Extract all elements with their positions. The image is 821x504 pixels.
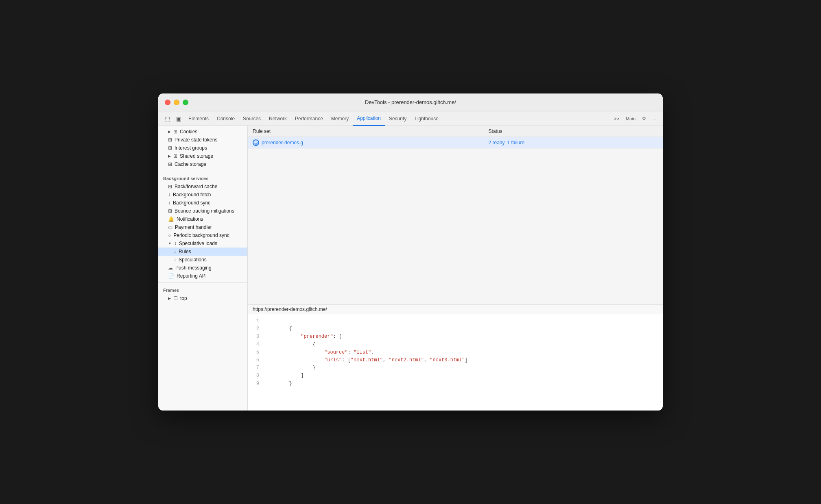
code-content-4: { [266, 341, 315, 349]
tab-overflow-button[interactable]: >> [611, 115, 622, 122]
frames-header: Frames [158, 285, 247, 294]
sidebar-label-bfcache: Back/forward cache [175, 184, 217, 189]
cookies-icon: ⊞ [173, 129, 177, 135]
sidebar-label-notifications: Notifications [177, 216, 203, 222]
bottom-panel: https://prerender-demos.glitch.me/ 1 2 {… [248, 305, 663, 411]
minimize-button[interactable] [174, 100, 179, 105]
code-content-3: "prerender": [ [266, 333, 342, 341]
tab-elements[interactable]: Elements [184, 111, 213, 126]
speculations-icon: ↕ [174, 257, 176, 263]
code-line-6: 6 "urls": ["next.html", "next2.html", "n… [253, 356, 658, 364]
sidebar-item-payment-handler[interactable]: ▭ Payment handler [158, 223, 247, 231]
maximize-button[interactable] [183, 100, 188, 105]
push-messaging-icon: ☁ [168, 265, 173, 271]
sidebar-item-rules[interactable]: ↕ Rules [158, 248, 247, 256]
tab-lighthouse[interactable]: Lighthouse [410, 111, 443, 126]
line-num-1: 1 [253, 317, 259, 325]
sidebar-item-notifications[interactable]: 🔔 Notifications [158, 215, 247, 223]
sidebar-item-bounce-tracking[interactable]: ⊞ Bounce tracking mitigations [158, 207, 247, 215]
top-frame-icon: ☐ [173, 295, 178, 301]
sidebar-item-top[interactable]: ▶ ☐ top [158, 294, 247, 302]
rules-table: Rule set Status ◎ prerender-demos.g [248, 126, 663, 149]
periodic-bg-sync-icon: ○ [168, 232, 171, 238]
sidebar-item-shared-storage[interactable]: ▶ ⊞ Shared storage [158, 152, 247, 160]
sidebar-label-payment-handler: Payment handler [175, 224, 212, 230]
sidebar-item-periodic-bg-sync[interactable]: ○ Periodic background sync [158, 231, 247, 239]
code-content-5: "source": "list", [266, 349, 374, 356]
code-line-5: 5 "source": "list", [253, 349, 658, 356]
line-num-9: 9 [253, 380, 259, 388]
payment-handler-icon: ▭ [168, 224, 172, 230]
sidebar-item-speculations[interactable]: ↕ Speculations [158, 256, 247, 264]
settings-icon[interactable]: ⚙ [640, 115, 649, 122]
interest-groups-icon: ⊞ [168, 145, 172, 151]
main-content: ▶ ⊞ Cookies ⊞ Private state tokens ⊞ Int… [158, 126, 663, 411]
table-row[interactable]: ◎ prerender-demos.g 2 ready, 1 failure [248, 137, 663, 149]
code-content-6: "urls": ["next.html", "next2.html", "nex… [266, 356, 468, 364]
sidebar-item-bfcache[interactable]: ⊞ Back/forward cache [158, 182, 247, 191]
col-rule-set: Rule set [248, 126, 484, 137]
line-num-8: 8 [253, 372, 259, 380]
sidebar-label-shared-storage: Shared storage [180, 153, 213, 159]
tab-network[interactable]: Network [265, 111, 291, 126]
bg-sync-icon: ↕ [168, 200, 170, 206]
inspect-icon[interactable]: ⬚ [162, 113, 173, 124]
tab-bar: ⬚ ▣ Elements Console Sources Network Per… [158, 111, 663, 126]
sidebar-item-interest-groups[interactable]: ⊞ Interest groups [158, 144, 247, 152]
main-dropdown[interactable]: Main [623, 115, 638, 122]
sidebar-label-bg-sync: Background sync [173, 200, 210, 206]
code-area: 1 2 { 3 "prerender": [ 4 [248, 314, 663, 411]
sidebar-label-interest-groups: Interest groups [175, 145, 207, 151]
line-num-3: 3 [253, 333, 259, 341]
tab-application[interactable]: Application [353, 111, 385, 126]
sidebar: ▶ ⊞ Cookies ⊞ Private state tokens ⊞ Int… [158, 126, 248, 411]
sidebar-label-push-messaging: Push messaging [175, 265, 212, 271]
code-line-9: 9 } [253, 380, 658, 388]
bfcache-icon: ⊞ [168, 184, 172, 189]
reporting-api-icon: 📄 [168, 273, 174, 279]
close-button[interactable] [165, 100, 170, 105]
expand-arrow-top: ▶ [168, 296, 171, 300]
sidebar-item-reporting-api[interactable]: 📄 Reporting API [158, 272, 247, 280]
sidebar-item-speculative-loads[interactable]: ▼ ↕ Speculative loads [158, 239, 247, 248]
code-content-7: } [266, 364, 315, 372]
sidebar-item-bg-fetch[interactable]: ↕ Background fetch [158, 191, 247, 199]
notifications-icon: 🔔 [168, 216, 174, 222]
code-line-8: 8 ] [253, 372, 658, 380]
status-link[interactable]: 2 ready, 1 failure [489, 140, 525, 146]
sidebar-label-bg-fetch: Background fetch [173, 192, 211, 198]
code-content-2: { [266, 325, 292, 333]
code-content-9: } [266, 380, 292, 388]
line-num-2: 2 [253, 325, 259, 333]
code-content-8: ] [266, 372, 304, 380]
sidebar-item-push-messaging[interactable]: ☁ Push messaging [158, 264, 247, 272]
sidebar-divider-1 [158, 171, 247, 171]
shared-storage-icon: ⊞ [173, 153, 177, 159]
code-line-3: 3 "prerender": [ [253, 333, 658, 341]
expand-arrow-shared-storage: ▶ [168, 154, 171, 158]
more-icon[interactable]: ⋮ [650, 115, 659, 122]
tab-sources[interactable]: Sources [239, 111, 265, 126]
sidebar-label-top: top [180, 295, 187, 301]
sidebar-item-cookies[interactable]: ▶ ⊞ Cookies [158, 128, 247, 136]
cell-status: 2 ready, 1 failure [484, 137, 663, 149]
tab-performance[interactable]: Performance [291, 111, 327, 126]
sidebar-item-private-state[interactable]: ⊞ Private state tokens [158, 136, 247, 144]
sidebar-label-reporting-api: Reporting API [177, 273, 207, 279]
sidebar-item-cache-storage[interactable]: ⊞ Cache storage [158, 160, 247, 168]
sidebar-item-bg-sync[interactable]: ↕ Background sync [158, 199, 247, 207]
sidebar-divider-2 [158, 282, 247, 283]
code-line-2: 2 { [253, 325, 658, 333]
tab-console[interactable]: Console [213, 111, 239, 126]
sidebar-label-private-state: Private state tokens [175, 137, 217, 143]
sidebar-label-speculative-loads: Speculative loads [179, 241, 217, 246]
code-line-1: 1 [253, 317, 658, 325]
sidebar-label-periodic-bg-sync: Periodic background sync [173, 232, 229, 238]
sidebar-label-rules: Rules [179, 249, 191, 254]
sidebar-label-speculations: Speculations [179, 257, 207, 263]
table-area: Rule set Status ◎ prerender-demos.g [248, 126, 663, 305]
tab-security[interactable]: Security [385, 111, 410, 126]
tab-memory[interactable]: Memory [327, 111, 353, 126]
rule-set-link[interactable]: prerender-demos.g [262, 140, 303, 146]
device-icon[interactable]: ▣ [173, 113, 184, 124]
